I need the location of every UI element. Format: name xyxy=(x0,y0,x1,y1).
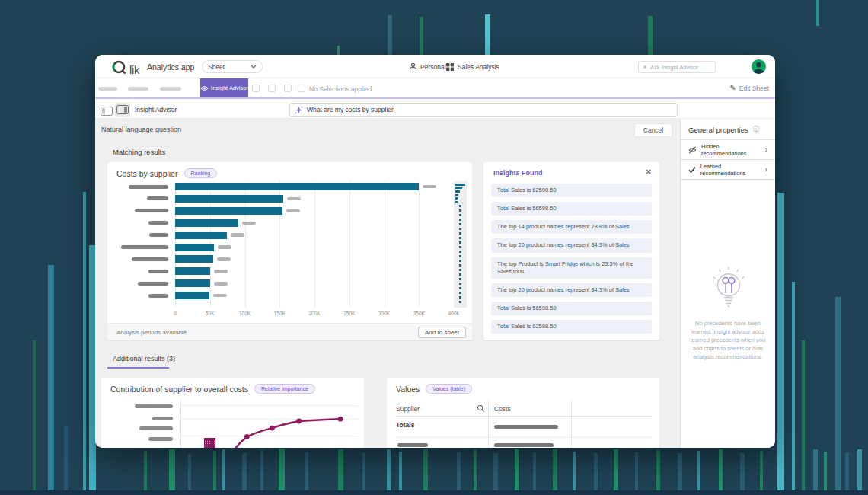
redacted-value-mask xyxy=(423,185,436,189)
values-table-card: Values Values (table) Supplier Costs Tot… xyxy=(387,378,659,448)
add-to-sheet-button[interactable]: Add to sheet xyxy=(418,327,466,338)
pareto-point[interactable] xyxy=(270,426,275,431)
decorative-bar xyxy=(777,193,784,491)
insight-item[interactable]: Total Sales is 62598.50 xyxy=(491,320,652,334)
gridline xyxy=(349,181,350,308)
redacted-tab-mask xyxy=(128,87,148,91)
redacted-category-mask xyxy=(121,245,168,249)
insight-item[interactable]: Total Sales is 56598.50 xyxy=(491,302,652,315)
left-panel-toggle-icon[interactable] xyxy=(101,105,113,119)
decorative-bar xyxy=(553,449,557,491)
redacted-value-mask xyxy=(218,245,231,249)
qlik-logo-mark xyxy=(112,59,129,75)
sparkle-icon xyxy=(643,63,647,71)
edit-sheet-button[interactable]: ✎ Edit Sheet xyxy=(729,78,769,97)
tab-additional-results[interactable]: Additional results (3) xyxy=(113,355,175,362)
pareto-line-chart[interactable] xyxy=(101,378,364,448)
insight-item[interactable]: The top 20 product names represent 84.3%… xyxy=(491,238,652,252)
insight-item[interactable]: Total Sales is 56598.50 xyxy=(491,202,652,216)
bar[interactable] xyxy=(175,219,238,227)
decorative-bar xyxy=(260,450,263,491)
decorative-bar xyxy=(845,453,849,491)
column-header-supplier[interactable]: Supplier xyxy=(396,405,420,413)
info-icon[interactable]: ⓘ xyxy=(753,125,760,134)
minimap-bar xyxy=(455,184,465,186)
decorative-bar xyxy=(485,14,490,55)
insight-advisor-button[interactable]: Insight Advisor xyxy=(200,78,248,97)
tab-active-underline xyxy=(107,367,169,369)
decorative-bar xyxy=(388,15,392,55)
ask-insight-advisor-field[interactable] xyxy=(638,61,716,73)
decorative-bar xyxy=(648,16,653,55)
avatar[interactable] xyxy=(752,59,766,74)
pareto-point[interactable] xyxy=(244,434,250,439)
decorative-bar xyxy=(802,340,805,491)
selection-checkbox[interactable] xyxy=(268,85,276,92)
chevron-right-icon: › xyxy=(765,146,767,154)
background: lik Analytics app Sheet Personal xyxy=(0,0,868,495)
redacted-category-mask xyxy=(129,185,168,189)
nl-question-input[interactable] xyxy=(307,106,672,113)
redacted-value-mask xyxy=(213,294,227,298)
decorative-bar xyxy=(813,449,818,491)
decorative-bar xyxy=(835,297,841,491)
decorative-bar xyxy=(387,449,391,491)
bar[interactable] xyxy=(175,195,283,203)
close-icon[interactable]: ✕ xyxy=(646,168,652,176)
learned-recommendations-row[interactable]: Learned recommendations › xyxy=(681,160,775,180)
edit-sheet-label: Edit Sheet xyxy=(739,85,769,92)
minimap-bar xyxy=(455,187,462,190)
right-panel-toggle-icon[interactable] xyxy=(115,103,130,117)
insight-item[interactable]: The top 14 product names represent 78.8%… xyxy=(491,220,652,234)
matching-results-label: Matching results xyxy=(113,148,165,156)
ask-insight-advisor-input[interactable] xyxy=(650,64,711,71)
redacted-category-mask xyxy=(135,209,168,212)
bar[interactable] xyxy=(175,207,282,215)
redacted-category-mask xyxy=(148,270,168,273)
decorative-bar xyxy=(493,453,498,491)
redacted-value-mask xyxy=(214,270,228,273)
personal-menu[interactable]: Personal xyxy=(409,55,446,78)
app-grid-icon xyxy=(445,62,455,72)
table-header-border xyxy=(396,416,652,417)
bar[interactable] xyxy=(175,183,419,190)
x-axis-tick: 300K xyxy=(378,311,390,316)
redacted-value-mask xyxy=(287,197,301,201)
selection-checkbox[interactable] xyxy=(284,85,292,92)
insight-item[interactable]: The top 20 product names represent 84.3%… xyxy=(491,283,652,297)
bar[interactable] xyxy=(175,255,213,263)
app-header: lik Analytics app Sheet Personal xyxy=(95,55,775,78)
workspace-menu[interactable]: Sales Analysis xyxy=(445,55,499,78)
pareto-point[interactable] xyxy=(296,419,302,424)
decorative-bar xyxy=(83,192,86,491)
sheet-selector[interactable]: Sheet xyxy=(202,60,263,73)
insight-item[interactable]: Total Sales is 62598.50 xyxy=(491,184,652,197)
app-window: lik Analytics app Sheet Personal xyxy=(95,55,775,448)
decorative-bar xyxy=(678,453,682,491)
bar[interactable] xyxy=(175,292,209,299)
bar[interactable] xyxy=(175,279,210,287)
nl-question-field[interactable] xyxy=(289,103,678,117)
chart-minimap-scrollbar[interactable] xyxy=(454,181,467,308)
learned-recommendations-label: Learned recommendations xyxy=(700,163,761,177)
gridline xyxy=(419,181,420,308)
bar[interactable] xyxy=(175,267,210,275)
selection-checkbox[interactable] xyxy=(298,85,305,92)
selection-checkbox[interactable] xyxy=(252,85,260,92)
pencil-icon: ✎ xyxy=(729,85,736,92)
bar[interactable] xyxy=(175,232,227,239)
search-icon[interactable] xyxy=(477,404,485,413)
hidden-recommendations-row[interactable]: Hidden recommendations › xyxy=(681,140,775,160)
pareto-point[interactable] xyxy=(338,417,343,422)
pareto-curve[interactable] xyxy=(229,419,340,448)
redacted-category-mask xyxy=(148,221,168,225)
cancel-button[interactable]: Cancel xyxy=(634,123,672,137)
insight-item[interactable]: The top Product is Smart Fridge which is… xyxy=(491,257,652,279)
bar[interactable] xyxy=(175,244,214,251)
decorative-bar xyxy=(337,46,340,55)
redacted-cell-mask xyxy=(494,443,554,447)
bottom-strip xyxy=(0,490,868,495)
minimap-bar xyxy=(455,201,458,203)
column-header-costs[interactable]: Costs xyxy=(494,405,511,413)
table-row-border xyxy=(396,437,652,438)
